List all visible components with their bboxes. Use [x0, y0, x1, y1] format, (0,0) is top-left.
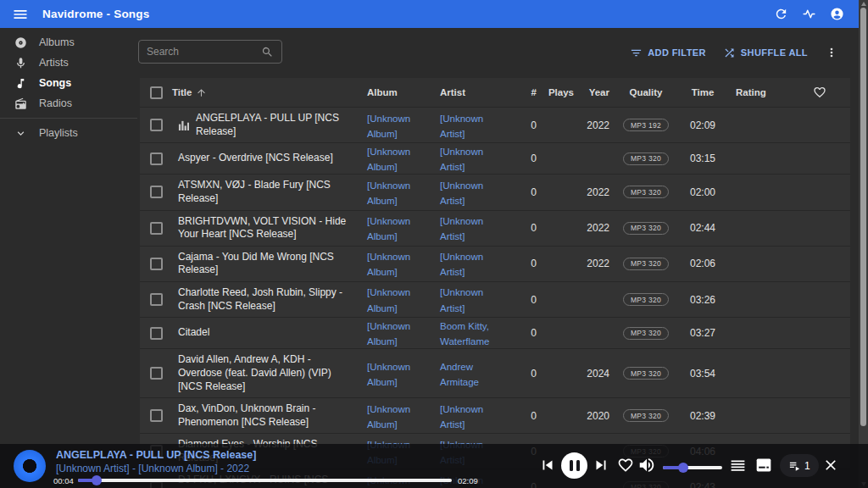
- header-track[interactable]: #: [513, 87, 537, 97]
- more-options-icon[interactable]: [825, 46, 838, 59]
- table-row[interactable]: Cajama - You Did Me Wrong [NCS Release] …: [140, 247, 850, 282]
- header-year[interactable]: Year: [574, 87, 609, 97]
- close-player-button[interactable]: [822, 457, 839, 474]
- menu-icon[interactable]: [12, 6, 29, 23]
- duration-value: 03:15: [682, 152, 723, 164]
- sidebar-item-songs[interactable]: Songs: [0, 73, 137, 93]
- row-checkbox[interactable]: [150, 293, 163, 306]
- table-header: Title Album Artist # Plays Year Quality …: [140, 78, 850, 108]
- play-order-button[interactable]: [729, 457, 747, 474]
- album-link[interactable]: [Unknown Album]: [367, 147, 410, 172]
- lyrics-button[interactable]: [755, 457, 772, 474]
- volume-button[interactable]: [637, 456, 656, 474]
- table-row[interactable]: ANGELPLAYA - PULL UP [NCS Release] [Unkn…: [140, 108, 850, 143]
- favorite-button[interactable]: [617, 457, 634, 474]
- header-time[interactable]: Time: [682, 87, 723, 97]
- album-link[interactable]: [Unknown Album]: [367, 114, 410, 139]
- player-song-title[interactable]: ANGELPLAYA - PULL UP [NCS Release]: [56, 449, 256, 461]
- pause-button[interactable]: [561, 452, 587, 479]
- account-icon[interactable]: [830, 7, 844, 21]
- select-all-checkbox[interactable]: [150, 86, 163, 99]
- row-checkbox[interactable]: [150, 409, 163, 422]
- song-title-cell: Aspyer - Overdrive [NCS Release]: [172, 147, 367, 169]
- refresh-icon[interactable]: [774, 7, 788, 21]
- search-icon: [261, 46, 274, 58]
- artist-link[interactable]: [Unknown Artist]: [440, 252, 483, 277]
- album-link[interactable]: [Unknown Album]: [367, 362, 410, 387]
- next-track-button[interactable]: [592, 456, 610, 474]
- sidebar-item-radios[interactable]: Radios: [0, 93, 137, 114]
- table-row[interactable]: ATSMXN, VØJ - Blade Fury [NCS Release] […: [140, 175, 850, 210]
- total-time: 02:09: [458, 476, 478, 485]
- header-quality[interactable]: Quality: [609, 87, 682, 97]
- playlist-play-icon: [788, 459, 801, 472]
- table-row[interactable]: BRIGHTDVWN, VOLT VISION - Hide Your Hear…: [140, 211, 850, 247]
- song-title: Cajama - You Did Me Wrong [NCS Release]: [178, 251, 357, 277]
- row-checkbox[interactable]: [150, 186, 163, 198]
- artist-link[interactable]: [Unknown Artist]: [440, 114, 483, 139]
- search-input[interactable]: [147, 46, 261, 58]
- previous-track-button[interactable]: [538, 456, 557, 474]
- album-link[interactable]: [Unknown Album]: [367, 216, 410, 241]
- progress-thumb[interactable]: [92, 475, 102, 485]
- track-number: 0: [513, 294, 537, 306]
- album-link[interactable]: [Unknown Album]: [367, 287, 410, 313]
- artist-link[interactable]: Boom Kitty, Waterflame: [440, 321, 489, 347]
- table-row[interactable]: David Allen, Andrew A, KDH - Overdose (f…: [140, 349, 850, 398]
- artist-link[interactable]: [Unknown Artist]: [440, 180, 483, 206]
- quality-badge: MP3 320: [623, 327, 669, 340]
- album-link[interactable]: [Unknown Album]: [367, 321, 410, 347]
- artist-link[interactable]: [Unknown Artist]: [440, 404, 483, 430]
- artist-link[interactable]: [Unknown Artist]: [440, 147, 483, 172]
- progress-bar[interactable]: [78, 479, 452, 482]
- header-album[interactable]: Album: [367, 87, 440, 97]
- duration-value: 03:27: [682, 327, 723, 339]
- search-box[interactable]: [138, 40, 282, 64]
- header-title[interactable]: Title: [172, 87, 367, 98]
- volume-slider[interactable]: [663, 466, 722, 469]
- quality-badge: MP3 320: [623, 293, 669, 306]
- sidebar-item-label: Radios: [39, 97, 72, 109]
- song-title-cell: BRIGHTDVWN, VOLT VISION - Hide Your Hear…: [172, 211, 367, 246]
- scrollbar-thumb[interactable]: [860, 8, 866, 426]
- skip-next-icon: [592, 456, 610, 474]
- row-checkbox[interactable]: [150, 367, 163, 380]
- row-checkbox[interactable]: [150, 119, 163, 131]
- row-checkbox[interactable]: [150, 222, 163, 235]
- table-row[interactable]: Dax, VinDon, Unknown Brain - Phenomenon …: [140, 398, 850, 434]
- track-number: 0: [513, 327, 537, 339]
- queue-button[interactable]: 1: [780, 454, 819, 477]
- volume-thumb[interactable]: [678, 463, 688, 473]
- scroll-up-arrow[interactable]: [861, 2, 866, 6]
- album-link[interactable]: [Unknown Album]: [367, 404, 410, 430]
- artist-link[interactable]: Andrew Armitage: [440, 362, 479, 387]
- header-rating[interactable]: Rating: [723, 87, 788, 97]
- album-link[interactable]: [Unknown Album]: [367, 180, 410, 206]
- shuffle-all-button[interactable]: SHUFFLE ALL: [723, 47, 808, 59]
- song-title-cell: Dax, VinDon, Unknown Brain - Phenomenon …: [172, 398, 367, 433]
- activity-icon[interactable]: [802, 7, 816, 21]
- player-bar: ANGELPLAYA - PULL UP [NCS Release] [Unkn…: [0, 444, 868, 488]
- sidebar-item-artists[interactable]: Artists: [0, 53, 137, 73]
- table-row[interactable]: Citadel [Unknown Album] Boom Kitty, Wate…: [140, 318, 850, 349]
- add-filter-button[interactable]: ADD FILTER: [630, 47, 706, 59]
- player-song-subtitle[interactable]: [Unknown Artist] - [Unknown Album] - 202…: [56, 463, 249, 474]
- artist-link[interactable]: [Unknown Artist]: [440, 216, 483, 241]
- table-row[interactable]: Charlotte Reed, Josh Rubin, Slippy - Cra…: [140, 282, 850, 318]
- artist-link[interactable]: [Unknown Artist]: [440, 287, 483, 313]
- header-favorite[interactable]: [788, 86, 850, 99]
- header-artist[interactable]: Artist: [440, 87, 513, 97]
- sidebar-item-albums[interactable]: Albums: [0, 32, 137, 53]
- song-title: Citadel: [178, 326, 209, 340]
- heart-icon: [813, 86, 826, 99]
- heart-icon: [617, 457, 634, 474]
- album-art[interactable]: [14, 450, 46, 482]
- row-checkbox[interactable]: [150, 327, 163, 340]
- microphone-icon: [14, 57, 27, 69]
- header-plays[interactable]: Plays: [537, 87, 574, 97]
- sidebar-item-playlists[interactable]: Playlists: [0, 123, 137, 143]
- row-checkbox[interactable]: [150, 152, 163, 165]
- row-checkbox[interactable]: [150, 258, 163, 270]
- album-link[interactable]: [Unknown Album]: [367, 252, 410, 277]
- table-row[interactable]: Aspyer - Overdrive [NCS Release] [Unknow…: [140, 143, 850, 175]
